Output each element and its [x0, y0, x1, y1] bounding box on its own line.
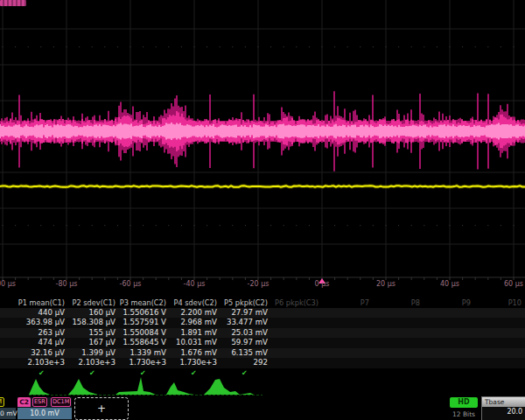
measure-param-header[interactable]: P3 mean(C2)	[108, 298, 166, 308]
measure-row-value: 440 µV160 µV1.550616 V2.200 mV27.97 mV	[0, 308, 525, 318]
trace-annotation-badge	[0, 0, 26, 6]
time-axis-label: -80 µs	[56, 280, 78, 288]
measure-row-sdev: 32.16 µV1.399 µV1.339 mV1.676 mV6.135 mV	[0, 348, 525, 359]
time-axis-label: 0 µs	[315, 280, 330, 288]
time-axis: -100 µs-80 µs-60 µs-40 µs-20 µs0 µs20 µs…	[0, 278, 525, 290]
channel-c2-descriptor[interactable]: C2 ESR DC1M 10.0 mV	[18, 397, 72, 420]
time-axis-label: 20 µs	[376, 280, 396, 288]
measure-cell: 1.550084 V	[112, 328, 166, 339]
timebase-title: Tbase	[482, 397, 525, 407]
measure-cell: 33.477 mV	[214, 318, 268, 328]
measure-cell: 1.557591 V	[112, 318, 166, 328]
time-axis-label: -20 µs	[248, 280, 270, 288]
measure-cell: 155 µV	[61, 328, 116, 339]
measure-header-row: P1 mean(C1)P2 sdev(C1)P3 mean(C2)P4 sdev…	[0, 298, 525, 308]
measure-cell: 32.16 µV	[10, 348, 65, 359]
c2-channel-tab[interactable]: C2	[18, 397, 31, 407]
histicon	[204, 379, 254, 395]
c2-esr-badge: ESR	[32, 397, 47, 407]
time-axis-label: -100 µs	[0, 280, 16, 288]
histicon	[68, 379, 98, 395]
hd-mode-badge[interactable]: HD	[450, 397, 478, 408]
c2-vertical-scale: 10.0 mV	[18, 408, 72, 419]
measure-cell: 1.730e+3	[112, 358, 166, 368]
measure-cell: 6.135 mV	[214, 348, 268, 359]
measure-cell: 1.558645 V	[112, 338, 166, 348]
measurement-table: P1 mean(C1)P2 sdev(C1)P3 mean(C2)P4 sdev…	[0, 298, 525, 378]
measure-cell: 59.97 mV	[214, 338, 268, 348]
measure-cell: 1.339 mV	[112, 348, 166, 359]
measure-param-header[interactable]: P6 pkpk(C3)	[261, 298, 318, 308]
measure-cell: 440 µV	[10, 308, 65, 318]
measure-cell: 474 µV	[10, 338, 65, 348]
add-trace-button[interactable]: +	[74, 397, 129, 420]
measure-cell: 2.200 mV	[163, 308, 217, 318]
measure-param-header[interactable]: P1 mean(C1)	[7, 298, 65, 308]
measure-param-header[interactable]: P5 pkpk(C2)	[210, 298, 268, 308]
measure-cell: 1.399 µV	[61, 348, 116, 359]
measure-cell: 1.891 mV	[163, 328, 217, 339]
measure-cell: 2.968 mV	[163, 318, 217, 328]
oscilloscope-screen: -100 µs-80 µs-60 µs-40 µs-20 µs0 µs20 µs…	[0, 0, 525, 420]
measure-param-header[interactable]: P2 sdev(C1)	[58, 298, 116, 308]
measure-param-header[interactable]: P9	[413, 298, 471, 308]
measure-cell: 1.730e+3	[163, 358, 217, 368]
measure-row-max: 474 µV167 µV1.558645 V10.031 mV59.97 mV	[0, 338, 525, 348]
measure-cell: 2.103e+3	[10, 358, 65, 368]
measure-cell: 167 µV	[61, 338, 116, 348]
measure-param-header[interactable]: P10	[464, 298, 522, 308]
histicon	[29, 379, 50, 395]
measure-row-min: 263 µV155 µV1.550084 V1.891 mV25.03 mV	[0, 328, 525, 339]
timebase-value: 20.0 µs	[507, 408, 525, 416]
c2-coupling-badge: DC1M	[51, 397, 71, 407]
measurement-histicons	[0, 376, 525, 397]
c1-vertical-scale: 0 mV	[0, 408, 16, 419]
time-axis-label: 40 µs	[440, 280, 459, 288]
measure-cell: 2.103e+3	[61, 358, 116, 368]
bottom-status-bar: DC1M 0 mV C2 ESR DC1M 10.0 mV + HD 12 Bi…	[0, 396, 525, 420]
hd-bits-label: 12 Bits	[450, 410, 478, 418]
measure-cell: 363.98 µV	[10, 318, 65, 328]
c1-coupling-badge: DC1M	[0, 397, 4, 407]
measure-cell: 292	[214, 358, 268, 368]
measure-row-mean: 363.98 µV158.308 µV1.557591 V2.968 mV33.…	[0, 318, 525, 328]
measure-cell: 1.676 mV	[163, 348, 217, 359]
timebase-descriptor[interactable]: Tbase 20.0 µs	[481, 396, 525, 420]
channel-c1-descriptor[interactable]: DC1M 0 mV	[0, 397, 16, 420]
measure-cell: 158.308 µV	[61, 318, 116, 328]
measure-param-header[interactable]: P4 sdev(C2)	[159, 298, 217, 308]
measure-cell: 25.03 mV	[214, 328, 268, 339]
time-axis-label: -40 µs	[184, 280, 206, 288]
c2-waveform-trace	[0, 91, 525, 171]
c1-waveform-trace	[0, 186, 525, 187]
measure-cell: 263 µV	[10, 328, 65, 339]
waveform-graticule	[0, 0, 525, 293]
histicon	[166, 382, 194, 395]
measure-cell: 10.031 mV	[163, 338, 217, 348]
measure-cell: 160 µV	[61, 308, 116, 318]
measure-row-num: 2.103e+32.103e+31.730e+31.730e+3292	[0, 358, 525, 368]
measure-param-header[interactable]: P7	[312, 298, 369, 308]
measure-param-header[interactable]: P8	[362, 298, 420, 308]
histicon	[116, 377, 156, 395]
time-axis-label: 60 µs	[504, 280, 523, 288]
time-axis-label: -60 µs	[120, 280, 142, 288]
measure-cell: 27.97 mV	[214, 308, 268, 318]
measure-cell: 1.550616 V	[112, 308, 166, 318]
